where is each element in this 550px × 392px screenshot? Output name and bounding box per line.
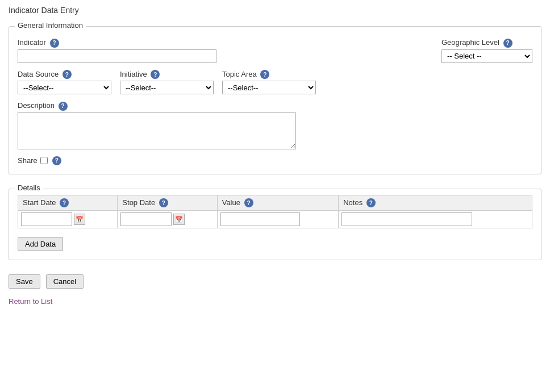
source-initiative-topic-row: Data Source ? --Select-- Initiative ? --… bbox=[18, 70, 532, 95]
start-date-input[interactable] bbox=[21, 212, 72, 226]
data-source-label: Data Source ? bbox=[18, 70, 111, 80]
description-help-icon[interactable]: ? bbox=[59, 102, 68, 111]
value-help-icon[interactable]: ? bbox=[244, 198, 253, 207]
details-section: Details Start Date ? Stop Date ? Value ?… bbox=[9, 189, 541, 261]
geographic-level-group: Geographic Level ? -- Select -- National… bbox=[441, 38, 532, 63]
initiative-label: Initiative ? bbox=[120, 70, 214, 80]
share-label: Share bbox=[18, 156, 38, 165]
stop-date-calendar-icon[interactable]: 📅 bbox=[173, 214, 185, 225]
notes-input[interactable] bbox=[341, 212, 472, 226]
stop-date-help-icon[interactable]: ? bbox=[159, 198, 168, 207]
table-header-row: Start Date ? Stop Date ? Value ? Notes ? bbox=[18, 195, 532, 211]
col-value: Value ? bbox=[217, 195, 339, 211]
topic-area-group: Topic Area ? --Select-- bbox=[222, 70, 316, 95]
share-help-icon[interactable]: ? bbox=[52, 156, 61, 165]
topic-area-label: Topic Area ? bbox=[222, 70, 316, 80]
value-input[interactable] bbox=[220, 212, 300, 226]
general-info-section: General Information Indicator ? Geograph… bbox=[9, 26, 541, 174]
notes-cell bbox=[339, 211, 532, 228]
col-notes: Notes ? bbox=[339, 195, 532, 211]
initiative-group: Initiative ? --Select-- bbox=[120, 70, 214, 95]
initiative-help-icon[interactable]: ? bbox=[151, 70, 160, 79]
indicator-help-icon[interactable]: ? bbox=[50, 39, 59, 48]
geographic-level-label: Geographic Level ? bbox=[441, 38, 512, 48]
description-label: Description ? bbox=[18, 101, 532, 111]
save-button[interactable]: Save bbox=[9, 274, 40, 289]
details-table: Start Date ? Stop Date ? Value ? Notes ? bbox=[18, 195, 532, 229]
indicator-input[interactable] bbox=[18, 49, 216, 63]
table-row: 📅 📅 bbox=[18, 211, 532, 228]
start-date-cell: 📅 bbox=[18, 211, 118, 228]
geographic-level-help-icon[interactable]: ? bbox=[503, 39, 512, 48]
topic-area-help-icon[interactable]: ? bbox=[260, 70, 269, 79]
data-source-select[interactable]: --Select-- bbox=[18, 81, 111, 94]
data-source-help-icon[interactable]: ? bbox=[63, 70, 72, 79]
value-cell bbox=[217, 211, 339, 228]
description-textarea[interactable] bbox=[18, 112, 296, 149]
indicator-group: Indicator ? bbox=[18, 38, 216, 63]
general-info-legend: General Information bbox=[15, 21, 86, 30]
stop-date-input[interactable] bbox=[120, 212, 172, 226]
share-row: Share ? bbox=[18, 156, 532, 165]
col-start-date: Start Date ? bbox=[18, 195, 118, 211]
topic-area-select[interactable]: --Select-- bbox=[222, 81, 316, 94]
col-stop-date: Stop Date ? bbox=[118, 195, 217, 211]
cancel-button[interactable]: Cancel bbox=[46, 274, 84, 289]
geographic-level-select[interactable]: -- Select -- National State County Local bbox=[441, 49, 532, 63]
data-source-group: Data Source ? --Select-- bbox=[18, 70, 111, 95]
notes-help-icon[interactable]: ? bbox=[366, 198, 376, 207]
description-group: Description ? bbox=[18, 101, 532, 149]
return-to-list-link[interactable]: Return to List bbox=[9, 297, 52, 306]
add-data-button[interactable]: Add Data bbox=[18, 237, 63, 251]
details-legend: Details bbox=[15, 184, 43, 192]
stop-date-cell: 📅 bbox=[118, 211, 217, 228]
indicator-label: Indicator ? bbox=[18, 38, 216, 48]
start-date-help-icon[interactable]: ? bbox=[60, 198, 69, 207]
share-checkbox[interactable] bbox=[40, 157, 48, 164]
page-title: Indicator Data Entry bbox=[9, 6, 541, 15]
initiative-select[interactable]: --Select-- bbox=[120, 81, 214, 94]
start-date-calendar-icon[interactable]: 📅 bbox=[74, 214, 85, 225]
action-buttons: Save Cancel bbox=[9, 274, 541, 289]
